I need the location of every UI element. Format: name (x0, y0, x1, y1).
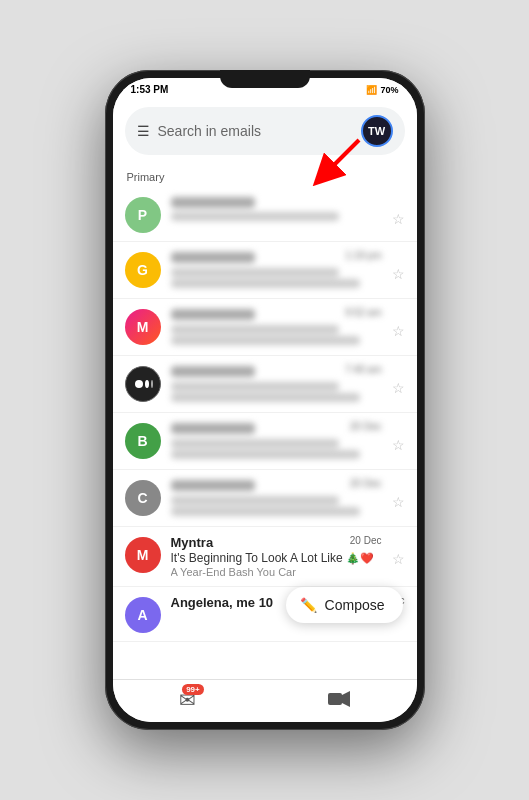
email-item[interactable]: M Myntra 20 Dec It's Beginning To Look A… (113, 527, 417, 587)
compose-pen-icon: ✏️ (300, 597, 317, 613)
svg-point-2 (145, 380, 149, 388)
star-icon[interactable]: ☆ (392, 380, 405, 396)
medium-logo (133, 374, 153, 394)
battery-text: 70% (380, 85, 398, 95)
svg-rect-4 (328, 693, 342, 705)
star-icon[interactable]: ☆ (392, 323, 405, 339)
video-icon (328, 689, 350, 712)
email-item[interactable]: 7:40 am ☆ (113, 356, 417, 413)
email-content: 20 Dec (171, 478, 382, 518)
email-item[interactable]: B 20 Dec ☆ (113, 413, 417, 470)
signal-icon: 📶 (366, 85, 377, 95)
email-avatar: B (125, 423, 161, 459)
email-avatar: M (125, 309, 161, 345)
email-time: 20 Dec (350, 478, 382, 489)
compose-button[interactable]: ✏️ Compose (286, 587, 403, 623)
mail-badge: 99+ (182, 684, 204, 695)
email-time: 20 Dec (350, 421, 382, 432)
nav-video[interactable] (328, 689, 350, 712)
email-avatar: C (125, 480, 161, 516)
status-time: 1:53 PM (131, 84, 169, 95)
email-preview: A Year-End Bash You Car (171, 566, 382, 578)
star-icon[interactable]: ☆ (392, 494, 405, 510)
email-content: 1:19 pm (171, 250, 382, 290)
status-icons: 📶 70% (366, 85, 398, 95)
email-content: 7:40 am (171, 364, 382, 404)
search-input-row[interactable]: ☰ Search in emails TW (125, 107, 405, 155)
email-time: 9:52 am (345, 307, 381, 318)
email-list: Primary P ☆ G 1:19 pm (113, 165, 417, 679)
svg-marker-5 (342, 691, 350, 707)
search-bar-container: ☰ Search in emails TW (113, 99, 417, 165)
phone-screen: 1:53 PM 📶 70% ☰ Search in emails TW (113, 78, 417, 722)
svg-point-3 (151, 380, 153, 388)
email-time: 20 Dec (350, 535, 382, 546)
email-item[interactable]: G 1:19 pm ☆ (113, 242, 417, 299)
compose-label: Compose (325, 597, 385, 613)
email-time: 1:19 pm (345, 250, 381, 261)
star-icon[interactable]: ☆ (392, 211, 405, 227)
bottom-nav: ✉ 99+ (113, 679, 417, 722)
email-sender: Myntra (171, 535, 344, 550)
email-avatar: P (125, 197, 161, 233)
email-avatar (125, 366, 161, 402)
email-item[interactable]: C 20 Dec ☆ (113, 470, 417, 527)
email-item[interactable]: P ☆ (113, 187, 417, 242)
avatar-initials: TW (368, 125, 385, 137)
email-avatar: A (125, 597, 161, 633)
email-content (171, 195, 382, 223)
email-subject: It's Beginning To Look A Lot Like 🎄❤️ (171, 551, 382, 565)
star-icon[interactable]: ☆ (392, 266, 405, 282)
email-time: 7:40 am (345, 364, 381, 375)
email-avatar: M (125, 537, 161, 573)
email-content: 9:52 am (171, 307, 382, 347)
phone-frame: 1:53 PM 📶 70% ☰ Search in emails TW (105, 70, 425, 730)
search-placeholder[interactable]: Search in emails (158, 123, 353, 139)
section-primary: Primary (113, 165, 417, 187)
email-item[interactable]: M 9:52 am ☆ (113, 299, 417, 356)
email-content: Myntra 20 Dec It's Beginning To Look A L… (171, 535, 382, 578)
phone-notch (220, 70, 310, 88)
hamburger-icon[interactable]: ☰ (137, 123, 150, 139)
email-avatar: G (125, 252, 161, 288)
star-icon[interactable]: ☆ (392, 551, 405, 567)
email-content: 20 Dec (171, 421, 382, 461)
nav-mail[interactable]: ✉ 99+ (179, 688, 196, 712)
user-avatar[interactable]: TW (361, 115, 393, 147)
svg-point-1 (135, 380, 143, 388)
video-camera-icon (328, 691, 350, 707)
star-icon[interactable]: ☆ (392, 437, 405, 453)
